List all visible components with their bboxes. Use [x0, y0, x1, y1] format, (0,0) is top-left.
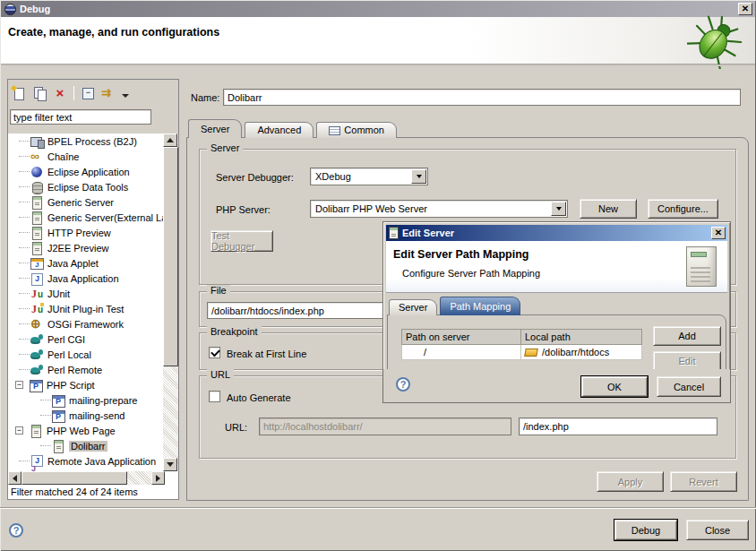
- banner-shadow: [1, 65, 755, 66]
- tree-item-label: mailing-send: [69, 410, 125, 421]
- tree-item-generic-server-external-la[interactable]: Generic Server(External La: [8, 210, 163, 225]
- configurations-sidebar: × ⇉ BPEL Process (B2J)ChaîneEclipse Appl…: [7, 79, 179, 500]
- tab-advanced[interactable]: Advanced: [245, 122, 314, 138]
- chevron-down-icon[interactable]: [411, 169, 426, 184]
- help-icon[interactable]: ?: [9, 523, 23, 538]
- server-debugger-label: Server Debugger:: [216, 172, 294, 183]
- tree-item-php-script[interactable]: −PHP Script: [8, 377, 163, 392]
- tree-item-java-applet[interactable]: Java Applet: [8, 255, 163, 271]
- scroll-up-icon[interactable]: [163, 133, 177, 147]
- path-mapping-table[interactable]: Path on server Local path //dolibarr/htd…: [401, 329, 642, 360]
- scroll-down-icon[interactable]: [163, 458, 177, 471]
- path-on-server-cell[interactable]: /: [402, 345, 521, 360]
- tree-item-label: OSGi Framework: [47, 319, 124, 330]
- toolbar-menu-caret-icon[interactable]: [122, 94, 129, 98]
- tree-item-java-application[interactable]: Java Application: [8, 271, 163, 286]
- osgi-framework-icon: [30, 317, 44, 331]
- tree-item-mailing-prepare[interactable]: mailing-prepare: [8, 392, 163, 408]
- tab-server[interactable]: Server: [188, 119, 242, 138]
- tree-item-label: Perl Local: [47, 349, 91, 360]
- tree-guide: [40, 400, 51, 400]
- tree-item-generic-server[interactable]: Generic Server: [8, 194, 163, 210]
- tree-item-eclipse-data-tools[interactable]: Eclipse Data Tools: [8, 179, 163, 194]
- column-local-path[interactable]: Local path: [521, 330, 642, 345]
- break-first-line-checkbox[interactable]: [209, 347, 220, 358]
- file-group-title: File: [207, 285, 230, 296]
- tree-item-cha-ne[interactable]: Chaîne: [8, 149, 163, 164]
- bpel-process-icon: [30, 134, 44, 149]
- tree-vertical-scrollbar[interactable]: [163, 133, 178, 471]
- tree-item-mailing-send[interactable]: mailing-send: [8, 408, 163, 423]
- debug-button[interactable]: Debug: [614, 520, 677, 540]
- edit-server-heading: Edit Server Path Mapping: [393, 248, 528, 261]
- sidebar-toolbar: × ⇉: [12, 84, 129, 102]
- collapse-toggle-icon[interactable]: −: [15, 426, 23, 435]
- name-input[interactable]: [223, 89, 741, 106]
- window-titlebar[interactable]: Debug ✕: [1, 1, 755, 17]
- tree-item-http-preview[interactable]: HTTP Preview: [8, 225, 163, 240]
- local-path-cell[interactable]: /dolibarr/htdocs: [521, 345, 642, 360]
- edit-mapping-button: Edit: [653, 351, 721, 371]
- php-server-combo[interactable]: Dolibarr PHP Web Server: [310, 200, 568, 218]
- type-filter-input[interactable]: [10, 109, 151, 125]
- server-debugger-combo[interactable]: XDebug: [310, 168, 428, 185]
- server-tower-icon: [686, 246, 717, 287]
- edit-server-titlebar[interactable]: Edit Server ✕: [386, 225, 727, 241]
- scroll-left-icon[interactable]: [8, 471, 21, 485]
- collapse-all-icon[interactable]: [81, 86, 95, 100]
- java-applet-icon: [30, 256, 44, 271]
- ok-button[interactable]: OK: [581, 376, 648, 397]
- tree-item-perl-cgi[interactable]: Perl CGI: [8, 331, 163, 347]
- table-row[interactable]: //dolibarr/htdocs: [402, 345, 642, 360]
- tree-item-remote-java-application[interactable]: Remote Java Application: [8, 453, 163, 469]
- auto-generate-label: Auto Generate: [227, 392, 291, 403]
- url-group-title: URL: [207, 369, 234, 380]
- tab-common[interactable]: Common: [316, 122, 397, 138]
- tree-item-osgi-framework[interactable]: OSGi Framework: [8, 316, 163, 331]
- tree-horizontal-scrollbar[interactable]: [8, 471, 165, 485]
- debug-configurations-window: Debug ✕ Create, manage, and run configur…: [0, 0, 756, 551]
- cancel-button[interactable]: Cancel: [657, 376, 721, 397]
- url-label: URL:: [225, 422, 247, 433]
- perl-icon: [30, 332, 44, 347]
- tab-path-mapping[interactable]: Path Mapping: [440, 297, 520, 315]
- tab-server-settings[interactable]: Server: [389, 299, 437, 315]
- column-path-on-server[interactable]: Path on server: [402, 330, 521, 345]
- add-mapping-button[interactable]: Add: [653, 326, 721, 346]
- php-icon: [51, 393, 65, 408]
- help-icon[interactable]: ?: [396, 377, 410, 392]
- close-button[interactable]: Close: [686, 520, 749, 540]
- configure-server-button[interactable]: Configure...: [648, 199, 718, 219]
- tree-item-eclipse-application[interactable]: Eclipse Application: [8, 164, 163, 179]
- auto-generate-checkbox[interactable]: [209, 391, 220, 402]
- tree-item-bpel-process-b2j[interactable]: BPEL Process (B2J): [8, 133, 163, 149]
- database-icon: [30, 180, 44, 194]
- breakpoint-group-title: Breakpoint: [207, 326, 262, 337]
- duplicate-configuration-icon[interactable]: [32, 86, 47, 100]
- vertical-scroll-thumb[interactable]: [163, 147, 178, 366]
- url-path-input[interactable]: [519, 418, 717, 435]
- edit-server-dialog: Edit Server ✕ Edit Server Path Mapping C…: [382, 221, 731, 403]
- tree-item-junit-plug-in-test[interactable]: JUnit Plug-in Test: [8, 301, 163, 316]
- delete-configuration-icon[interactable]: ×: [53, 86, 67, 100]
- close-icon[interactable]: ✕: [711, 227, 726, 239]
- chevron-down-icon[interactable]: [551, 202, 566, 216]
- tree-item-dolibarr[interactable]: Dolibarr: [8, 438, 163, 453]
- new-configuration-icon[interactable]: [12, 86, 26, 100]
- filter-configurations-icon[interactable]: ⇉: [101, 86, 116, 100]
- tree-item-junit[interactable]: JUnit: [8, 286, 163, 301]
- collapse-toggle-icon[interactable]: −: [15, 381, 23, 389]
- close-icon[interactable]: ✕: [738, 3, 752, 15]
- scroll-right-icon[interactable]: [151, 471, 165, 485]
- remote-java-icon: [30, 454, 44, 469]
- edit-server-banner: Edit Server Path Mapping Configure Serve…: [386, 241, 727, 293]
- tree-item-label: JUnit Plug-in Test: [47, 304, 124, 314]
- horizontal-scroll-thumb[interactable]: [21, 471, 127, 485]
- tree-item-j2ee-preview[interactable]: J2EE Preview: [8, 240, 163, 255]
- server-group-title: Server: [207, 142, 243, 153]
- folder-icon: [524, 349, 538, 357]
- tree-item-perl-remote[interactable]: Perl Remote: [8, 362, 163, 377]
- new-server-button[interactable]: New: [580, 199, 637, 219]
- tree-item-perl-local[interactable]: Perl Local: [8, 347, 163, 362]
- tree-item-php-web-page[interactable]: −PHP Web Page: [8, 423, 163, 438]
